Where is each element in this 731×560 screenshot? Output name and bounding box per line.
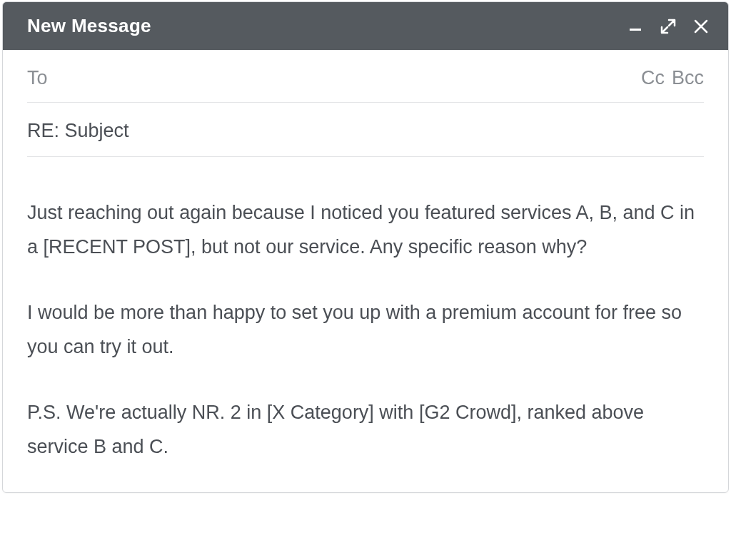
compose-content: To Cc Bcc RE: Subject Just reaching out … (3, 50, 728, 492)
cc-bcc-container: Cc Bcc (641, 67, 704, 89)
to-label: To (27, 67, 48, 89)
svg-rect-0 (630, 29, 641, 31)
to-field-row[interactable]: To Cc Bcc (27, 50, 704, 103)
minimize-button[interactable] (627, 18, 644, 35)
expand-icon (660, 19, 676, 34)
minimize-icon (628, 19, 642, 34)
close-icon (693, 19, 709, 34)
expand-button[interactable] (660, 18, 677, 35)
body-paragraph: Just reaching out again because I notice… (27, 195, 704, 264)
subject-field-row[interactable]: RE: Subject (27, 103, 704, 157)
cc-button[interactable]: Cc (641, 67, 665, 89)
compose-window: New Message To C (2, 1, 729, 493)
window-controls (627, 18, 710, 35)
close-button[interactable] (692, 18, 710, 35)
message-body[interactable]: Just reaching out again because I notice… (27, 157, 704, 464)
titlebar: New Message (3, 2, 728, 50)
body-paragraph: P.S. We're actually NR. 2 in [X Category… (27, 395, 704, 464)
window-title: New Message (27, 15, 151, 37)
bcc-button[interactable]: Bcc (672, 67, 704, 89)
body-paragraph: I would be more than happy to set you up… (27, 295, 704, 364)
subject-input[interactable]: RE: Subject (27, 120, 129, 141)
